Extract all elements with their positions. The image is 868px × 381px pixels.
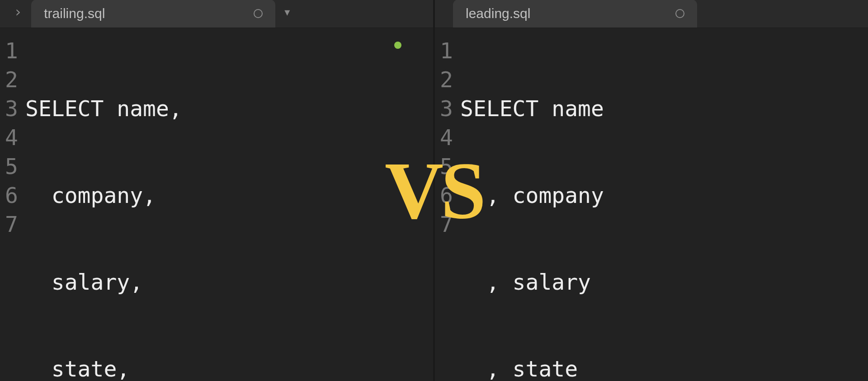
code-area-left[interactable]: 1 2 3 4 5 6 7 SELECT name, company, sala…: [0, 28, 433, 381]
code-line[interactable]: salary,: [25, 268, 433, 296]
tab-leading-sql[interactable]: leading.sql: [453, 0, 697, 28]
code-content-left[interactable]: SELECT name, company, salary, state, cit…: [25, 36, 433, 381]
tab-trailing-sql[interactable]: trailing.sql: [31, 0, 275, 28]
editor-pane-right: leading.sql 1 2 3 4 5 6 7 SELECT name , …: [435, 0, 868, 381]
tab-bar-right: leading.sql: [435, 0, 868, 28]
tab-label: trailing.sql: [44, 6, 105, 21]
close-icon[interactable]: [254, 9, 263, 18]
editor-pane-left: › trailing.sql ▼ 1 2 3 4 5 6 7 SELECT na…: [0, 0, 433, 381]
code-line[interactable]: , state: [460, 354, 868, 381]
code-line[interactable]: SELECT name,: [25, 94, 433, 123]
vs-overlay-label: VS: [385, 150, 483, 231]
code-content-right[interactable]: SELECT name , company , salary , state ,…: [460, 36, 868, 381]
code-line[interactable]: company,: [25, 181, 433, 210]
line-number-gutter: 1 2 3 4 5 6 7: [0, 36, 25, 381]
tab-bar-left: › trailing.sql ▼: [0, 0, 433, 28]
code-line[interactable]: , company: [460, 181, 868, 210]
line-number: 2: [435, 65, 453, 94]
line-number: 4: [0, 123, 18, 152]
line-number: 5: [0, 152, 18, 181]
code-area-right[interactable]: 1 2 3 4 5 6 7 SELECT name , company , sa…: [435, 28, 868, 381]
line-number: 3: [435, 94, 453, 123]
breadcrumb-arrow-icon[interactable]: ›: [9, 3, 31, 25]
line-number: 1: [435, 36, 453, 65]
line-number: 2: [0, 65, 18, 94]
code-line[interactable]: SELECT name: [460, 94, 868, 123]
modified-indicator-icon: [394, 42, 401, 49]
code-line[interactable]: state,: [25, 354, 433, 381]
line-number: 1: [0, 36, 18, 65]
line-number: 3: [0, 94, 18, 123]
close-icon[interactable]: [675, 9, 684, 18]
tab-dropdown-icon[interactable]: ▼: [284, 7, 290, 21]
line-number: 6: [0, 181, 18, 210]
code-line[interactable]: , salary: [460, 268, 868, 296]
line-number: 7: [0, 210, 18, 239]
tab-label: leading.sql: [466, 6, 530, 21]
